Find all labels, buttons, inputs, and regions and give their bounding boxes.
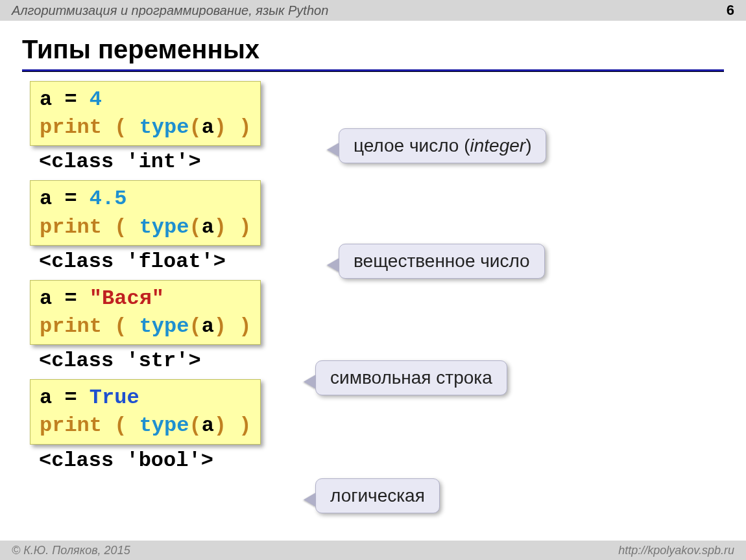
code-block: a = True print ( type(a) ) (30, 379, 261, 444)
callout: символьная строка (315, 360, 507, 395)
code-block: a = "Вася" print ( type(a) ) (30, 280, 261, 345)
code-value: "Вася" (90, 286, 164, 310)
footer-copyright: © К.Ю. Поляков, 2015 (12, 544, 130, 557)
page-title: Типы переменных (0, 21, 746, 69)
callout-tail-icon (328, 259, 339, 272)
code-output: <class 'bool'> (30, 447, 746, 479)
footer-bar: © К.Ю. Поляков, 2015 http://kpolyakov.sp… (0, 541, 746, 560)
code-block: a = 4.5 print ( type(a) ) (30, 180, 261, 245)
code-value: 4 (90, 88, 102, 111)
callout: целое число (integer) (339, 128, 546, 163)
code-value: True (90, 386, 139, 410)
footer-url: http://kpolyakov.spb.ru (618, 544, 734, 557)
header-subject: Алгоритмизация и программирование, язык … (12, 3, 328, 18)
callout-tail-icon (304, 493, 316, 506)
callout-tail-icon (304, 375, 316, 388)
title-rule (22, 69, 724, 72)
callout-tail-icon (328, 143, 339, 156)
code-block: a = 4 print ( type(a) ) (30, 81, 261, 146)
header-bar: Алгоритмизация и программирование, язык … (0, 0, 746, 21)
page-number: 6 (727, 2, 734, 19)
callout: вещественное число (339, 244, 545, 279)
callout: логическая (315, 478, 440, 513)
code-value: 4.5 (90, 187, 127, 211)
